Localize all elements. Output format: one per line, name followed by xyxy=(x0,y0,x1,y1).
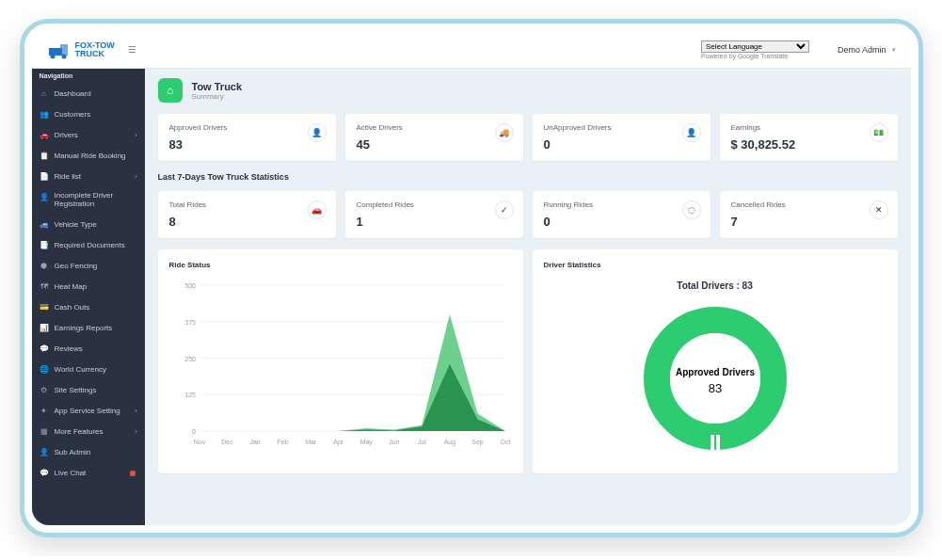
sidebar-item-sub-admin[interactable]: 👤 Sub Admin xyxy=(32,442,145,463)
language-select[interactable]: Select Language xyxy=(701,40,809,53)
translate-powered: Powered by Google Translate xyxy=(701,53,809,59)
svg-text:125: 125 xyxy=(184,392,196,398)
stat-cards-row-2: Total Rides 8 🚗Completed Rides 1 ✓Runnin… xyxy=(158,191,898,238)
nav-label: Earnings Reports xyxy=(55,324,113,332)
nav-label: Ride list xyxy=(55,172,81,181)
stat-card[interactable]: Running Rides 0 ◌ xyxy=(533,191,710,238)
stat-card[interactable]: Approved Drivers 83 👤 xyxy=(158,114,336,161)
nav-label: Reviews xyxy=(55,344,83,353)
sidebar-item-more-features[interactable]: ▦ More Features › xyxy=(32,422,145,442)
ride-status-title: Ride Status xyxy=(169,261,512,269)
nav-label: Sub Admin xyxy=(55,448,91,456)
stat-card[interactable]: Active Drivers 45 🚚 xyxy=(345,114,523,161)
stat-cards-row-1: Approved Drivers 83 👤Active Drivers 45 🚚… xyxy=(158,114,898,161)
stat-card[interactable]: Completed Rides 1 ✓ xyxy=(345,191,523,238)
sidebar-item-cash-outs[interactable]: 💳 Cash Outs xyxy=(32,297,145,318)
stat-icon: 👤 xyxy=(682,123,701,142)
sidebar-item-dashboard[interactable]: ⌂ Dashboard xyxy=(32,83,145,104)
nav-icon: 📋 xyxy=(40,151,49,160)
main-content: ⌂ Tow Truck Summary Approved Drivers 83 … xyxy=(145,69,911,525)
svg-text:Apr: Apr xyxy=(333,439,344,446)
svg-text:Jan: Jan xyxy=(249,439,260,445)
sidebar-item-customers[interactable]: 👥 Customers xyxy=(32,104,145,124)
svg-text:0: 0 xyxy=(192,428,196,435)
svg-text:375: 375 xyxy=(184,319,196,326)
stat-label: Total Rides xyxy=(169,200,325,209)
nav-label: Heat Map xyxy=(55,282,88,291)
sidebar-item-required-documents[interactable]: 📑 Required Documents xyxy=(32,235,145,256)
nav-icon: 🚗 xyxy=(40,130,49,139)
stat-label: Earnings xyxy=(731,123,886,132)
nav-icon: 👤 xyxy=(40,192,49,201)
sidebar-item-app-service-setting[interactable]: ✦ App Service Setting › xyxy=(32,401,145,422)
sidebar-item-vehicle-type[interactable]: 🚙 Vehicle Type xyxy=(32,215,145,235)
svg-text:Sep: Sep xyxy=(471,439,484,446)
sidebar-item-manual-ride-booking[interactable]: 📋 Manual Ride Booking xyxy=(32,145,145,166)
svg-text:May: May xyxy=(359,439,373,446)
menu-toggle-icon[interactable]: ☰ xyxy=(128,44,136,55)
sidebar-item-heat-map[interactable]: 🗺 Heat Map xyxy=(32,277,145,297)
svg-text:Dec: Dec xyxy=(221,439,233,445)
nav-icon: 🚙 xyxy=(40,220,49,230)
svg-text:Nov: Nov xyxy=(193,439,205,445)
stat-label: Active Drivers xyxy=(357,123,512,132)
sidebar-item-live-chat[interactable]: 💬 Live Chat xyxy=(32,463,145,484)
nav-icon: 🌐 xyxy=(40,365,49,375)
sidebar: Navigation ⌂ Dashboard 👥 Customers 🚗 Dri… xyxy=(32,69,145,525)
driver-stats-chart: Driver Statistics Total Drivers : 83 App… xyxy=(533,249,898,473)
stat-icon: ✓ xyxy=(495,200,514,219)
donut-chart-svg: Approved Drivers 83 xyxy=(635,298,795,458)
stat-value: 7 xyxy=(731,215,886,229)
stat-card[interactable]: Total Rides 8 🚗 xyxy=(158,191,336,238)
stat-icon: 🚚 xyxy=(495,123,514,142)
sidebar-item-incomplete-driver-registration[interactable]: 👤 Incomplete Driver Registration xyxy=(32,186,145,215)
nav-icon: ⚙ xyxy=(40,386,49,395)
stat-label: Approved Drivers xyxy=(169,123,325,132)
stat-card[interactable]: UnApproved Drivers 0 👤 xyxy=(533,114,710,161)
nav-label: Geo Fencing xyxy=(55,262,98,270)
page-title: Tow Truck xyxy=(192,81,243,92)
chevron-down-icon: ▾ xyxy=(892,46,896,54)
svg-point-2 xyxy=(50,54,55,58)
section-label: Last 7-Days Tow Truck Statistics xyxy=(158,172,898,182)
sidebar-item-site-settings[interactable]: ⚙ Site Settings xyxy=(32,380,145,401)
nav-icon: 📄 xyxy=(40,171,49,181)
nav-icon: 📑 xyxy=(40,241,49,250)
svg-text:500: 500 xyxy=(184,282,196,289)
nav-icon: 💬 xyxy=(40,469,49,478)
stat-icon: ✕ xyxy=(870,200,888,219)
stat-label: Cancelled Rides xyxy=(731,200,886,209)
chevron-right-icon: › xyxy=(135,173,136,180)
svg-text:Mar: Mar xyxy=(305,439,317,445)
donut-total-label: Total Drivers : 83 xyxy=(544,280,886,291)
nav-icon: 👥 xyxy=(40,109,49,119)
stat-label: UnApproved Drivers xyxy=(544,123,699,132)
svg-text:83: 83 xyxy=(708,381,721,395)
sidebar-item-world-currency[interactable]: 🌐 World Currency xyxy=(32,360,145,380)
stat-card[interactable]: Earnings $ 30,825.52 💵 xyxy=(720,114,898,161)
stat-value: 45 xyxy=(357,137,512,152)
sidebar-item-reviews[interactable]: 💬 Reviews xyxy=(32,339,145,360)
charts-row: Ride Status 0125250375500NovDecJanFebMar… xyxy=(158,249,898,473)
stat-label: Running Rides xyxy=(544,200,699,209)
nav-label: World Currency xyxy=(55,365,106,374)
brand-logo[interactable]: FOX-TOWTRUCK xyxy=(47,40,115,59)
svg-point-27 xyxy=(670,333,760,424)
svg-point-3 xyxy=(61,54,66,58)
nav-label: Required Documents xyxy=(55,241,125,249)
user-menu[interactable]: Demo Admin ▾ xyxy=(838,45,896,55)
sidebar-item-earnings-reports[interactable]: 📊 Earnings Reports xyxy=(32,318,145,339)
nav-label: Drivers xyxy=(55,131,78,139)
svg-rect-0 xyxy=(49,48,62,56)
stat-card[interactable]: Cancelled Rides 7 ✕ xyxy=(720,191,898,238)
area-chart-svg: 0125250375500NovDecJanFebMarAprMayJunJul… xyxy=(169,280,512,450)
nav-header: Navigation xyxy=(32,69,145,83)
nav-icon: 👤 xyxy=(40,448,49,457)
sidebar-item-geo-fencing[interactable]: ⬢ Geo Fencing xyxy=(32,256,145,277)
nav-label: Manual Ride Booking xyxy=(55,152,126,160)
ride-status-chart: Ride Status 0125250375500NovDecJanFebMar… xyxy=(158,249,523,473)
sidebar-item-ride-list[interactable]: 📄 Ride list › xyxy=(32,166,145,186)
nav-icon: ⬢ xyxy=(40,262,49,271)
sidebar-item-drivers[interactable]: 🚗 Drivers › xyxy=(32,124,145,145)
svg-text:Approved Drivers: Approved Drivers xyxy=(676,367,755,377)
